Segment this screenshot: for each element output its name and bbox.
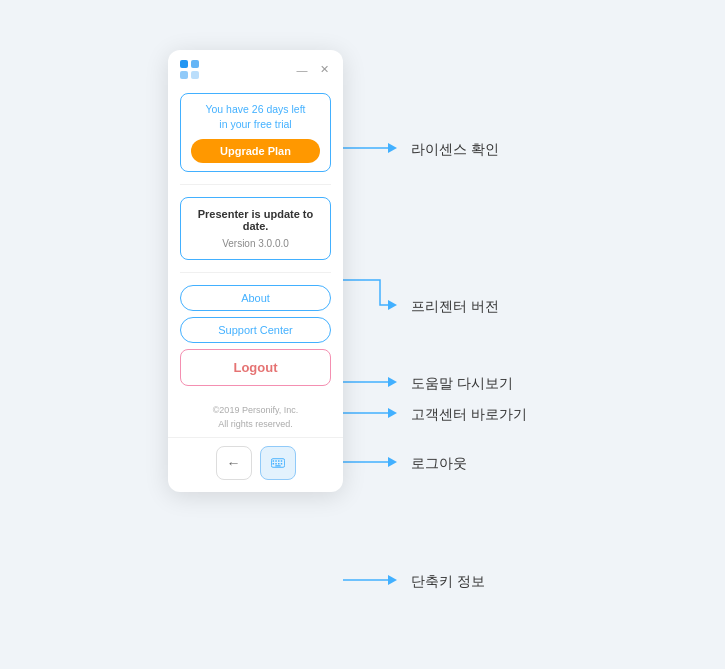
logo-dot-3 xyxy=(180,71,188,79)
svg-rect-7 xyxy=(272,461,274,463)
logo-dot-4 xyxy=(191,71,199,79)
footer: ©2019 Personify, Inc. All rights reserve… xyxy=(168,400,343,437)
bottom-nav: ← xyxy=(168,437,343,492)
minimize-button[interactable]: — xyxy=(295,63,309,77)
back-button[interactable]: ← xyxy=(216,446,252,480)
svg-marker-1 xyxy=(388,300,397,310)
divider-2 xyxy=(180,272,331,273)
action-section: About Support Center Logout xyxy=(168,277,343,400)
annotation-version: 프리젠터 버전 xyxy=(411,298,499,316)
svg-rect-8 xyxy=(275,461,277,463)
close-button[interactable]: ✕ xyxy=(317,63,331,77)
logo-dot-2 xyxy=(191,60,199,68)
annotation-shortcut: 단축키 정보 xyxy=(411,573,485,591)
version-title: Presenter is update to date. xyxy=(189,208,322,232)
upgrade-button[interactable]: Upgrade Plan xyxy=(191,139,320,163)
about-button[interactable]: About xyxy=(180,285,331,311)
annotation-support: 고객센터 바로가기 xyxy=(411,406,527,424)
trial-message: You have 26 days left in your free trial xyxy=(191,102,320,131)
annotation-help: 도움말 다시보기 xyxy=(411,375,513,393)
svg-rect-12 xyxy=(275,463,277,465)
annotation-logout: 로그아웃 xyxy=(411,455,467,473)
logout-button[interactable]: Logout xyxy=(180,349,331,386)
window-controls: — ✕ xyxy=(295,63,331,77)
svg-rect-10 xyxy=(280,461,282,463)
svg-rect-11 xyxy=(272,463,274,465)
divider-1 xyxy=(180,184,331,185)
annotation-license: 라이센스 확인 xyxy=(411,141,499,159)
svg-marker-0 xyxy=(388,143,397,153)
app-logo xyxy=(180,60,204,79)
svg-marker-5 xyxy=(388,575,397,585)
trial-banner: You have 26 days left in your free trial… xyxy=(180,93,331,172)
svg-rect-15 xyxy=(280,463,282,465)
svg-rect-9 xyxy=(278,461,280,463)
svg-rect-13 xyxy=(275,466,280,467)
keyboard-shortcut-button[interactable] xyxy=(260,446,296,480)
trial-section: You have 26 days left in your free trial… xyxy=(168,85,343,180)
logo-dot-1 xyxy=(180,60,188,68)
svg-marker-3 xyxy=(388,408,397,418)
app-window: — ✕ You have 26 days left in your free t… xyxy=(168,50,343,492)
support-button[interactable]: Support Center xyxy=(180,317,331,343)
version-number: Version 3.0.0.0 xyxy=(189,238,322,249)
version-box: Presenter is update to date. Version 3.0… xyxy=(180,197,331,260)
svg-rect-14 xyxy=(278,463,280,465)
svg-marker-4 xyxy=(388,457,397,467)
svg-marker-2 xyxy=(388,377,397,387)
title-bar: — ✕ xyxy=(168,50,343,85)
version-section: Presenter is update to date. Version 3.0… xyxy=(168,189,343,268)
